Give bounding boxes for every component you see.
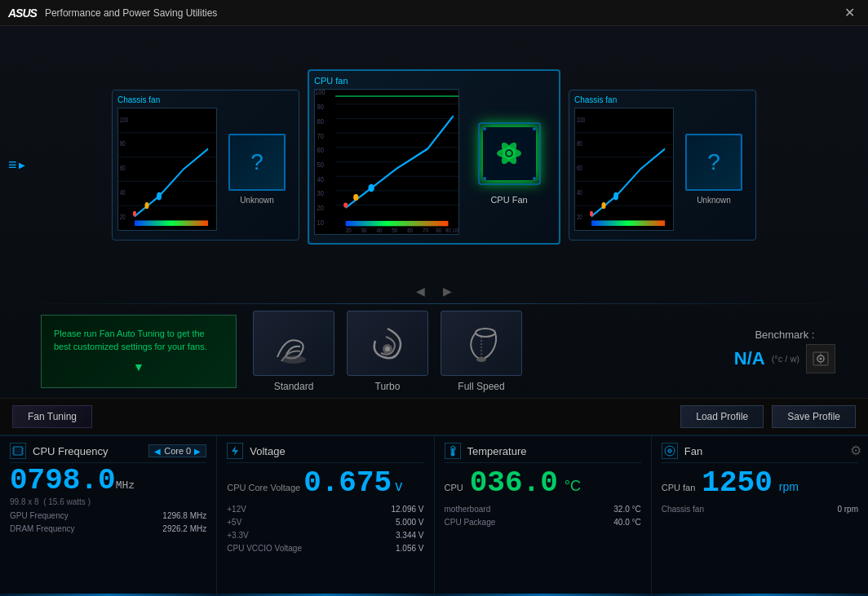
svg-text:70: 70 <box>317 130 325 139</box>
cpu-fan-card[interactable]: CPU fan <box>308 69 560 245</box>
fan-stats-header: Fan <box>662 443 858 463</box>
cpu-freq-section: CPU Frequency ◀ Core 0 ▶ 0798.0MHz 99.8 … <box>0 436 217 596</box>
voltage-row-vccio: CPU VCCIO Voltage 1.056 V <box>227 542 423 555</box>
svg-text:50: 50 <box>392 226 397 233</box>
full-speed-mode-btn[interactable]: Full Speed <box>441 311 522 392</box>
question-icon-right: ? <box>707 149 720 175</box>
standard-mode-label: Standard <box>274 381 314 392</box>
svg-rect-81 <box>16 448 20 453</box>
core-prev-arrow[interactable]: ◀ <box>154 447 161 456</box>
cpu-core-voltage-label: CPU Core Voltage <box>227 483 300 492</box>
gear-icon-button[interactable]: ⚙ <box>850 443 861 458</box>
svg-text:60: 60 <box>577 163 582 172</box>
right-chassis-content: 100 80 60 40 20 <box>574 108 751 231</box>
svg-point-9 <box>157 192 162 200</box>
auto-tune-arrow: ▼ <box>54 359 224 376</box>
svg-point-98 <box>669 450 671 452</box>
profile-bar: Fan Tuning Load Profile Save Profile <box>0 398 868 435</box>
svg-point-55 <box>533 177 536 180</box>
left-chassis-status: Unknown <box>240 196 274 205</box>
temp-icon <box>445 443 461 459</box>
right-chassis-label: Chassis fan <box>574 95 751 104</box>
svg-text:90: 90 <box>317 102 325 111</box>
svg-point-69 <box>281 355 306 364</box>
svg-text:20: 20 <box>120 212 126 221</box>
standard-mode-btn[interactable]: Standard <box>253 311 334 392</box>
cpu-freq-unit: MHz <box>116 479 135 492</box>
load-profile-button[interactable]: Load Profile <box>680 405 764 428</box>
cpu-temp-label: CPU <box>445 483 463 492</box>
close-button[interactable]: ✕ <box>839 5 860 20</box>
fan-stats-title: Fan <box>684 445 702 457</box>
standard-mode-icon <box>253 311 334 376</box>
svg-point-71 <box>385 347 390 351</box>
benchmark-unit: (°c / w) <box>772 354 799 364</box>
voltage-rows: +12V 12.096 V +5V 5.000 V +3.3V 3.344 V … <box>227 503 423 555</box>
benchmark-label: Benchmark : <box>755 329 814 341</box>
svg-text:80: 80 <box>317 116 325 125</box>
right-chassis-status: Unknown <box>697 196 731 205</box>
left-chassis-fan-icon: ? Unknown <box>220 108 294 231</box>
svg-text:100: 100 <box>577 115 585 124</box>
voltage-icon <box>227 443 243 459</box>
svg-point-52 <box>483 127 486 130</box>
cpu-freq-value: 0798.0MHz <box>10 466 206 496</box>
svg-point-66 <box>602 202 606 209</box>
svg-point-73 <box>476 357 486 362</box>
left-chassis-content: 100 80 60 40 20 <box>117 108 294 231</box>
voltage-section: Voltage CPU Core Voltage 0.675v +12V 12.… <box>217 436 434 596</box>
svg-point-53 <box>533 127 536 130</box>
svg-point-35 <box>343 202 348 207</box>
temp-header: Temperature <box>445 443 641 463</box>
svg-marker-88 <box>232 446 238 456</box>
svg-text:20: 20 <box>317 203 325 212</box>
fan-stat-rows: Chassis fan 0 rpm <box>662 503 858 516</box>
core-label: Core 0 <box>164 446 191 456</box>
right-chassis-fan-icon: ? Unknown <box>677 108 751 231</box>
svg-point-72 <box>476 329 495 337</box>
benchmark-button[interactable] <box>806 344 835 373</box>
fan-stats-icon <box>662 443 678 459</box>
fan-section: ≡ Chassis fan 100 <box>0 26 868 303</box>
cpu-fan-stat-label: CPU fan <box>662 483 696 492</box>
cpu-fan-card-label: CPU fan <box>314 76 554 86</box>
save-profile-button[interactable]: Save Profile <box>772 405 856 428</box>
full-speed-mode-icon <box>441 311 522 376</box>
prev-fan-arrow[interactable]: ◀ <box>411 283 430 299</box>
fan-mode-section: Please run Fan Auto Tuning to get the be… <box>0 304 868 398</box>
fan-tuning-button[interactable]: Fan Tuning <box>12 405 92 428</box>
question-icon: ? <box>250 149 264 175</box>
svg-text:90 100: 90 100 <box>445 226 458 233</box>
svg-text:20: 20 <box>346 226 352 233</box>
svg-text:40: 40 <box>317 174 325 183</box>
svg-text:30: 30 <box>361 226 367 233</box>
svg-text:50: 50 <box>317 160 325 169</box>
title-bar: ASUS Performance and Power Saving Utilit… <box>0 0 868 26</box>
svg-text:60: 60 <box>120 163 126 172</box>
cpu-temp-value: 036.0 <box>470 466 558 500</box>
right-chassis-graph: 100 80 60 40 20 <box>574 108 674 231</box>
svg-text:40: 40 <box>376 226 382 233</box>
cpu-fan-icon-area: CPU Fan <box>464 89 554 235</box>
svg-text:40: 40 <box>577 188 582 196</box>
left-chassis-fan-card[interactable]: Chassis fan 100 80 60 <box>112 90 299 241</box>
core-next-arrow[interactable]: ▶ <box>194 447 201 456</box>
cpu-fan-content: 100 90 80 70 60 50 40 30 20 10 <box>314 89 554 235</box>
main-container: ≡ Chassis fan 100 <box>0 26 868 596</box>
next-fan-arrow[interactable]: ▶ <box>438 283 457 299</box>
dram-freq-row: DRAM Frequency 2926.2 MHz <box>10 523 206 536</box>
svg-point-91 <box>450 453 454 457</box>
turbo-mode-btn[interactable]: Turbo <box>347 311 428 392</box>
chassis-fan-row: Chassis fan 0 rpm <box>662 503 858 516</box>
temp-title: Temperature <box>467 445 527 457</box>
voltage-row-3v: +3.3V 3.344 V <box>227 529 423 542</box>
fans-row: Chassis fan 100 80 60 <box>112 86 756 245</box>
right-chassis-fan-card[interactable]: Chassis fan 100 80 60 40 20 <box>569 90 756 241</box>
cpu-icon <box>10 443 26 459</box>
cpu-fan-graphic <box>475 119 544 188</box>
voltage-row-12v: +12V 12.096 V <box>227 503 423 516</box>
svg-point-51 <box>507 151 512 156</box>
auto-tune-text: Please run Fan Auto Tuning to get the be… <box>54 327 224 354</box>
sidebar-toggle[interactable]: ≡ <box>0 148 33 182</box>
core-nav[interactable]: ◀ Core 0 ▶ <box>148 444 206 457</box>
